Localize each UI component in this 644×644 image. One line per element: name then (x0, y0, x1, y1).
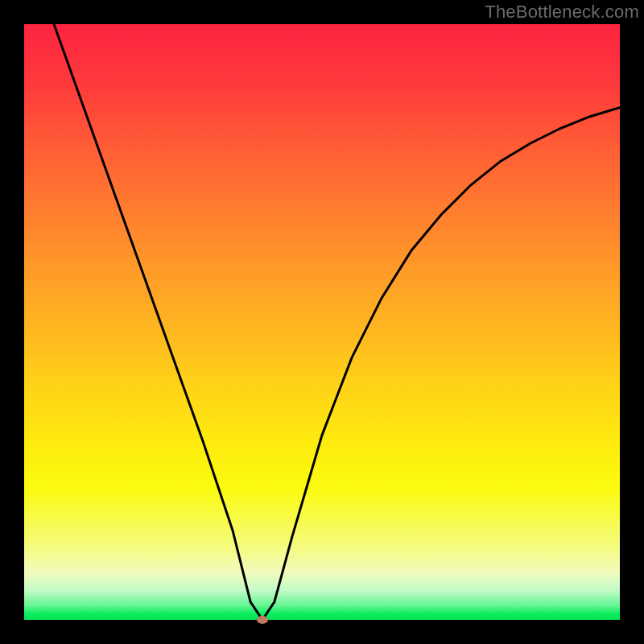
plot-area (24, 24, 620, 620)
chart-frame: TheBottleneck.com (0, 0, 644, 644)
curve-svg (24, 24, 620, 620)
bottleneck-curve (54, 24, 620, 620)
attribution-text: TheBottleneck.com (485, 2, 639, 23)
bottleneck-marker (257, 616, 268, 624)
